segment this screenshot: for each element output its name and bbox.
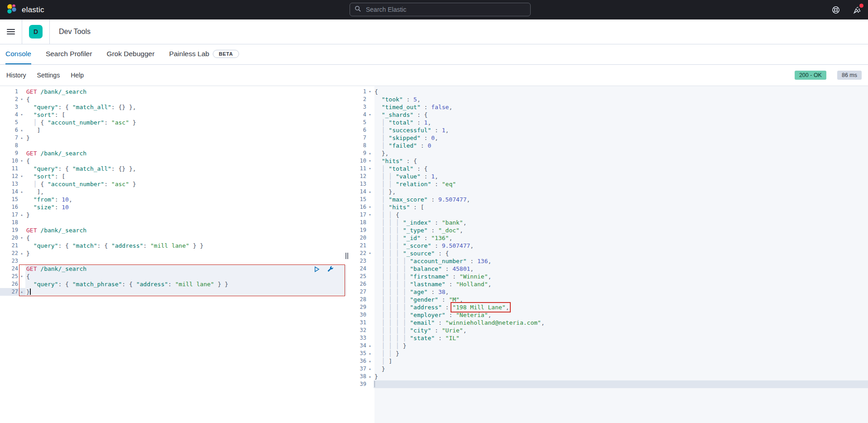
- line-number: 14: [346, 188, 366, 196]
- tab-console[interactable]: Console: [5, 44, 31, 64]
- line-content: │ │ │ │ "firstname" : "Winnie",: [374, 273, 868, 280]
- fold-toggle[interactable]: ▾: [366, 250, 374, 257]
- fold-toggle[interactable]: ▴: [18, 126, 25, 134]
- fold-slot: [18, 88, 25, 96]
- line-content: │ │ │ │ "gender" : "M",: [374, 296, 868, 303]
- fold-toggle[interactable]: ▾: [366, 88, 374, 96]
- fold-toggle[interactable]: ▴: [18, 211, 25, 219]
- line-content: GET /bank/_search: [25, 88, 346, 96]
- fold-toggle[interactable]: ▴: [366, 373, 374, 380]
- search-icon: [355, 5, 361, 14]
- fold-toggle[interactable]: ▴: [18, 188, 25, 196]
- line-number: 8: [346, 142, 366, 149]
- line-number: 10: [0, 157, 18, 165]
- request-editor[interactable]: 1GET /bank/_search2▾{3 "query": { "match…: [0, 86, 346, 423]
- toolbar-link-settings[interactable]: Settings: [37, 72, 60, 79]
- line-number: 2: [0, 96, 18, 103]
- fold-slot: [18, 219, 25, 226]
- console-split: 1GET /bank/_search2▾{3 "query": { "match…: [0, 86, 868, 423]
- code-line: 13 │ │ "relation" : "eq": [346, 180, 868, 188]
- fold-toggle[interactable]: ▴: [366, 357, 374, 365]
- fold-toggle[interactable]: ▾: [366, 211, 374, 219]
- fold-toggle[interactable]: ▾: [18, 173, 25, 180]
- line-number: 22: [346, 250, 366, 257]
- toolbar-links: HistorySettingsHelp: [6, 72, 84, 79]
- send-request-button play-icon[interactable]: [313, 265, 321, 273]
- line-content: │ │ "value" : 1,: [374, 173, 868, 180]
- line-content: "query": { "match_all": {} },: [25, 103, 346, 111]
- code-line: 4▾ "sort": [: [0, 111, 346, 119]
- request-options-button wrench-icon[interactable]: [326, 265, 334, 273]
- fold-toggle[interactable]: ▴: [18, 250, 25, 257]
- code-line: 38▴}: [346, 373, 868, 380]
- line-content: │ │ │ │ "email" : "winnieholland@neteria…: [374, 319, 868, 327]
- space-badge[interactable]: D: [29, 25, 43, 38]
- code-line: 29 │ │ │ │ "address" : "198 Mill Lane",: [346, 303, 868, 311]
- line-number: 32: [346, 327, 366, 334]
- divider: [49, 19, 50, 44]
- line-number: 37: [346, 365, 366, 373]
- newsfeed-icon[interactable]: [852, 5, 862, 15]
- fold-toggle[interactable]: ▾: [366, 203, 374, 211]
- fold-toggle[interactable]: ▴: [366, 365, 374, 373]
- line-content: "query": { "match": { "address": "mill l…: [25, 242, 346, 250]
- fold-toggle[interactable]: ▾: [18, 273, 25, 280]
- line-content: "_shards" : {: [374, 111, 868, 119]
- code-line: 24 │ │ │ │ "balance" : 45801,: [346, 265, 868, 273]
- panel-resize-handle[interactable]: [345, 253, 348, 259]
- code-line: 23: [0, 257, 346, 265]
- line-number: 16: [0, 203, 18, 211]
- fold-slot: [366, 134, 374, 142]
- fold-toggle[interactable]: ▴: [366, 188, 374, 196]
- console-toolbar: HistorySettingsHelp 200 - OK 86 ms: [0, 65, 868, 86]
- code-line: 15 "from": 10,: [0, 196, 346, 203]
- fold-slot: [18, 149, 25, 157]
- fold-toggle[interactable]: ▴: [366, 149, 374, 157]
- line-number: 20: [346, 234, 366, 242]
- fold-slot: [366, 380, 374, 388]
- search-input[interactable]: [365, 5, 526, 14]
- tab-grok-debugger[interactable]: Grok Debugger: [106, 44, 154, 64]
- line-content: "query": { "match_phrase": { "address": …: [25, 280, 346, 288]
- global-search[interactable]: [350, 3, 531, 16]
- fold-toggle[interactable]: ▾: [18, 157, 25, 165]
- fold-toggle[interactable]: ▴: [366, 342, 374, 350]
- line-number: 23: [346, 257, 366, 265]
- fold-toggle[interactable]: ▾: [366, 157, 374, 165]
- fold-slot: [366, 288, 374, 296]
- fold-toggle[interactable]: ▾: [18, 96, 25, 103]
- menu-icon[interactable]: [0, 19, 22, 44]
- fold-toggle[interactable]: ▾: [18, 234, 25, 242]
- line-content: │ "total" : 1,: [374, 119, 868, 126]
- code-line: 27 │ │ │ │ "age" : 38,: [346, 288, 868, 296]
- fold-toggle[interactable]: ▾: [366, 111, 374, 119]
- line-content: │ │ │ "_source" : {: [374, 250, 868, 257]
- line-number: 11: [346, 165, 366, 173]
- code-line: 22▴}: [0, 250, 346, 257]
- code-line: 8: [0, 142, 346, 149]
- fold-slot: [366, 96, 374, 103]
- toolbar-link-history[interactable]: History: [6, 72, 26, 79]
- fold-toggle[interactable]: ▴: [366, 350, 374, 357]
- fold-toggle[interactable]: ▴: [18, 288, 25, 296]
- fold-toggle[interactable]: ▾: [366, 165, 374, 173]
- fold-slot: [366, 242, 374, 250]
- code-line: 25▾{: [0, 273, 346, 280]
- fold-toggle[interactable]: ▾: [18, 111, 25, 119]
- fold-toggle[interactable]: ▴: [18, 134, 25, 142]
- help-icon[interactable]: [831, 5, 841, 15]
- code-line: 33 │ │ │ │ "state" : "IL": [346, 334, 868, 342]
- line-content: "timed_out" : false,: [374, 103, 868, 111]
- code-line: 17▴}: [0, 211, 346, 219]
- tab-search-profiler[interactable]: Search Profiler: [46, 44, 92, 64]
- line-number: 8: [0, 142, 18, 149]
- line-number: 16: [346, 203, 366, 211]
- tab-painless-lab[interactable]: Painless LabBETA: [169, 44, 239, 64]
- fold-slot: [366, 196, 374, 203]
- line-number: 21: [346, 242, 366, 250]
- elastic-brand[interactable]: elastic: [0, 3, 44, 17]
- line-content: }: [25, 288, 346, 296]
- line-number: 19: [0, 226, 18, 234]
- status-badge: 200 - OK: [795, 71, 826, 80]
- toolbar-link-help[interactable]: Help: [71, 72, 84, 79]
